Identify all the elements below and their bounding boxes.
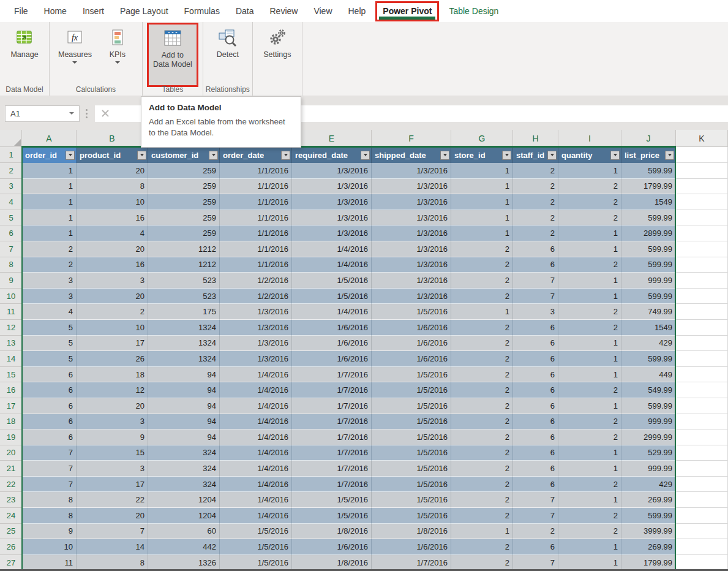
grid-cell[interactable]: 599.99	[621, 163, 676, 179]
table-header-order_date[interactable]: order_date	[220, 147, 292, 163]
grid-cell[interactable]: 1/1/2016	[220, 163, 292, 179]
grid-cell[interactable]: 1	[451, 210, 513, 226]
grid-cell[interactable]: 2	[451, 555, 513, 571]
grid-cell[interactable]: 5	[22, 336, 77, 352]
grid-cell[interactable]: 2	[451, 320, 513, 336]
grid-cell[interactable]: 599.99	[621, 257, 676, 273]
grid-cell[interactable]: 3	[22, 289, 77, 304]
grid-cell[interactable]: 26	[77, 351, 148, 367]
grid-cell[interactable]: 523	[148, 273, 220, 289]
grid-cell[interactable]: 16	[77, 257, 148, 273]
grid-cell[interactable]	[676, 147, 728, 163]
grid-cell[interactable]: 6	[22, 429, 77, 445]
grid-cell[interactable]: 1	[558, 539, 621, 555]
grid-cell[interactable]: 2	[451, 257, 513, 273]
grid-cell[interactable]: 259	[148, 210, 220, 226]
grid-cell[interactable]: 1/5/2016	[372, 492, 451, 508]
row-header-12[interactable]: 12	[0, 320, 22, 336]
grid-cell[interactable]: 6	[22, 367, 77, 383]
grid-cell[interactable]: 6	[22, 382, 77, 398]
grid-cell[interactable]	[676, 367, 728, 383]
grid-cell[interactable]: 3	[513, 304, 558, 320]
grid-cell[interactable]	[676, 398, 728, 414]
grid-cell[interactable]: 1/3/2016	[372, 241, 451, 257]
tab-help[interactable]: Help	[340, 0, 374, 22]
grid-cell[interactable]: 1/3/2016	[220, 320, 292, 336]
grid-cell[interactable]	[676, 179, 728, 195]
grid-cell[interactable]: 14	[77, 539, 148, 555]
grid-cell[interactable]: 1/3/2016	[292, 210, 372, 226]
filter-dropdown-button[interactable]	[66, 151, 75, 160]
grid-cell[interactable]: 4	[22, 304, 77, 320]
grid-cell[interactable]: 1/3/2016	[372, 289, 451, 304]
grid-cell[interactable]	[676, 461, 728, 477]
grid-cell[interactable]: 1/3/2016	[372, 257, 451, 273]
grid-cell[interactable]: 2	[513, 194, 558, 210]
table-header-product_id[interactable]: product_id	[77, 147, 148, 163]
grid-cell[interactable]: 1/3/2016	[292, 194, 372, 210]
grid-cell[interactable]: 3	[77, 414, 148, 430]
grid-cell[interactable]: 94	[148, 382, 220, 398]
chevron-down-icon[interactable]	[69, 112, 74, 115]
grid-cell[interactable]: 2	[513, 163, 558, 179]
grid-cell[interactable]: 269.99	[621, 539, 676, 555]
grid-cell[interactable]: 1212	[148, 257, 220, 273]
row-header-13[interactable]: 13	[0, 336, 22, 352]
grid-cell[interactable]: 1/7/2016	[292, 477, 372, 493]
tab-power-pivot[interactable]: Power Pivot	[375, 1, 439, 21]
grid-cell[interactable]: 7	[77, 524, 148, 540]
grid-cell[interactable]	[676, 492, 728, 508]
tab-page-layout[interactable]: Page Layout	[112, 0, 176, 22]
row-header-10[interactable]: 10	[0, 289, 22, 304]
grid-cell[interactable]: 1/5/2016	[372, 508, 451, 524]
grid-cell[interactable]: 6	[513, 445, 558, 461]
grid-cell[interactable]: 1/6/2016	[292, 539, 372, 555]
grid-cell[interactable]: 1/3/2016	[220, 336, 292, 352]
grid-cell[interactable]: 6	[22, 414, 77, 430]
grid-cell[interactable]: 1/3/2016	[372, 225, 451, 241]
grid-cell[interactable]: 1/4/2016	[220, 508, 292, 524]
grid-cell[interactable]: 442	[148, 539, 220, 555]
grid-cell[interactable]: 1/5/2016	[220, 555, 292, 571]
grid-cell[interactable]: 1	[451, 304, 513, 320]
grid-cell[interactable]: 1	[558, 241, 621, 257]
grid-cell[interactable]: 1/5/2016	[292, 508, 372, 524]
row-header-9[interactable]: 9	[0, 273, 22, 289]
grid-cell[interactable]: 2	[451, 289, 513, 304]
row-header-7[interactable]: 7	[0, 241, 22, 257]
grid-cell[interactable]: 1/8/2016	[292, 555, 372, 571]
grid-cell[interactable]: 20	[77, 163, 148, 179]
grid-cell[interactable]: 1/3/2016	[372, 163, 451, 179]
grid-cell[interactable]: 599.99	[621, 210, 676, 226]
grid-cell[interactable]: 1/4/2016	[220, 367, 292, 383]
grid-cell[interactable]: 1	[22, 194, 77, 210]
grid-cell[interactable]	[676, 524, 728, 540]
grid-cell[interactable]: 2	[558, 210, 621, 226]
row-header-3[interactable]: 3	[0, 179, 22, 195]
grid-cell[interactable]	[676, 555, 728, 571]
grid-cell[interactable]: 1	[451, 179, 513, 195]
grid-cell[interactable]: 1/4/2016	[292, 241, 372, 257]
row-header-26[interactable]: 26	[0, 539, 22, 555]
grid-cell[interactable]: 1	[451, 524, 513, 540]
grid-cell[interactable]: 2	[22, 241, 77, 257]
grid-cell[interactable]: 6	[513, 367, 558, 383]
grid-cell[interactable]: 17	[77, 477, 148, 493]
grid-cell[interactable]: 94	[148, 367, 220, 383]
grid-cell[interactable]: 9	[77, 429, 148, 445]
grid-cell[interactable]: 2	[513, 225, 558, 241]
grid-cell[interactable]: 259	[148, 163, 220, 179]
grid-cell[interactable]: 9	[22, 524, 77, 540]
grid-cell[interactable]: 2	[558, 320, 621, 336]
grid-cell[interactable]	[676, 320, 728, 336]
grid-cell[interactable]: 10	[77, 320, 148, 336]
grid-cell[interactable]: 5	[22, 320, 77, 336]
row-header-19[interactable]: 19	[0, 429, 22, 445]
grid-cell[interactable]: 6	[513, 382, 558, 398]
grid-cell[interactable]: 1	[558, 555, 621, 571]
grid-cell[interactable]: 1	[558, 289, 621, 304]
grid-cell[interactable]: 22	[77, 492, 148, 508]
grid-cell[interactable]: 599.99	[621, 398, 676, 414]
table-header-quantity[interactable]: quantity	[558, 147, 621, 163]
grid-cell[interactable]: 7	[513, 289, 558, 304]
